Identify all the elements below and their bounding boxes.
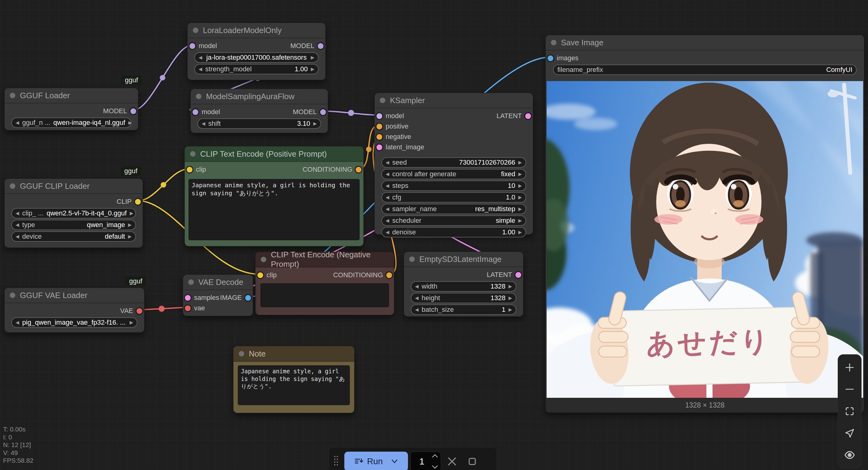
increment-count-icon[interactable] [432, 454, 438, 458]
images-input-port[interactable] [548, 55, 553, 61]
node-clip-text-encode-negative[interactable]: CLIP Text Encode (Negative Prompt) clip … [255, 252, 394, 315]
decrement-arrow[interactable]: ◀ [16, 222, 19, 228]
collapse-dot[interactable] [190, 151, 195, 157]
increment-arrow[interactable]: ▶ [518, 171, 522, 177]
clip-input-port[interactable] [257, 272, 263, 278]
latent-input-port[interactable] [376, 145, 382, 150]
decrement-arrow[interactable]: ◀ [385, 183, 389, 188]
clip-name-widget[interactable]: ◀ clip_ ... qwen2.5-vl-7b-it-q4_0.gguf ▶ [11, 208, 136, 218]
run-button[interactable]: Run [344, 452, 408, 470]
increment-arrow[interactable]: ▶ [518, 195, 522, 200]
negative-input-port[interactable] [376, 134, 382, 140]
increment-arrow[interactable]: ▶ [518, 183, 522, 188]
comfyui-canvas[interactable]: { "stats": {"lines": ["T: 0.00s", "I: 0"… [0, 0, 868, 470]
type-widget[interactable]: ◀ type qwen_image ▶ [11, 220, 136, 230]
decrement-arrow[interactable]: ◀ [16, 234, 19, 239]
vae-output-port[interactable] [136, 308, 142, 314]
device-widget[interactable]: ◀ device default ▶ [11, 231, 136, 242]
model-output-port[interactable] [318, 43, 323, 49]
shift-widget[interactable]: ◀ shift 3.10 ▶ [197, 118, 321, 129]
increment-arrow[interactable]: ▶ [128, 120, 132, 125]
zoom-out-button[interactable] [838, 378, 861, 400]
model-input-port[interactable] [189, 43, 195, 49]
model-input-port[interactable] [192, 109, 198, 115]
increment-arrow[interactable]: ▶ [311, 66, 314, 72]
image-output-port[interactable] [245, 295, 251, 301]
negative-prompt-textarea[interactable] [260, 283, 389, 307]
model-output-port[interactable] [320, 109, 326, 115]
node-clip-text-encode-positive[interactable]: CLIP Text Encode (Positive Prompt) clip … [185, 146, 364, 246]
node-note[interactable]: Note Japanese anime style, a girl is hol… [233, 346, 354, 413]
vae-input-port[interactable] [185, 305, 191, 311]
collapse-dot[interactable] [239, 351, 244, 356]
collapse-dot[interactable] [188, 279, 194, 285]
increment-arrow[interactable]: ▶ [508, 307, 512, 312]
positive-prompt-textarea[interactable]: Japanese anime style, a girl is holding … [189, 179, 360, 240]
increment-arrow[interactable]: ▶ [518, 160, 522, 165]
increment-arrow[interactable]: ▶ [313, 121, 317, 126]
decrement-arrow[interactable]: ◀ [415, 284, 419, 289]
node-gguf-vae-loader[interactable]: GGUF VAE Loader VAE ◀ pig_qwen_image_vae… [4, 288, 145, 333]
filename-prefix-widget[interactable]: filename_prefix ComfyUI [553, 65, 857, 75]
increment-arrow[interactable]: ▶ [130, 211, 133, 216]
model-input-port[interactable] [376, 113, 382, 119]
increment-arrow[interactable]: ▶ [129, 320, 133, 325]
decrement-arrow[interactable]: ◀ [16, 320, 19, 325]
clip-input-port[interactable] [187, 167, 192, 173]
batch-count-stepper[interactable]: 1 [410, 452, 441, 470]
clear-queue-button[interactable] [441, 452, 463, 470]
node-gguf-loader[interactable]: GGUF Loader MODEL ◀ gguf_n ... qwen-imag… [4, 88, 138, 130]
run-options-chevron-icon[interactable] [391, 459, 398, 464]
steps-widget[interactable]: ◀ steps 10 ▶ [381, 181, 526, 191]
node-save-image[interactable]: Save Image images filename_prefix ComfyU… [546, 35, 864, 413]
node-model-sampling[interactable]: ModelSamplingAuraFlow model MODEL ◀ shif… [190, 89, 328, 133]
vae-name-widget[interactable]: ◀ pig_qwen_image_vae_fp32-f16. ... ▶ [11, 317, 137, 328]
node-empty-sd3-latent[interactable]: EmptySD3LatentImage LATENT ◀ width 1328 … [404, 252, 523, 317]
node-vae-decode[interactable]: VAE Decode samples IMAGE vae [183, 275, 253, 316]
node-gguf-clip-loader[interactable]: GGUF CLIP Loader CLIP ◀ clip_ ... qwen2.… [4, 178, 143, 248]
decrement-arrow[interactable]: ◀ [415, 295, 419, 301]
latent-output-port[interactable] [525, 113, 531, 119]
decrement-arrow[interactable]: ◀ [385, 218, 389, 223]
drag-handle[interactable] [332, 456, 342, 467]
stop-button[interactable] [463, 452, 482, 470]
clip-output-port[interactable] [135, 199, 141, 205]
increment-arrow[interactable]: ▶ [518, 206, 522, 212]
decrement-arrow[interactable]: ◀ [385, 195, 389, 200]
increment-arrow[interactable]: ▶ [518, 218, 522, 223]
cfg-widget[interactable]: ◀ cfg 1.0 ▶ [381, 192, 526, 202]
conditioning-output-port[interactable] [386, 272, 392, 278]
conditioning-output-port[interactable] [355, 167, 362, 173]
decrement-arrow[interactable]: ◀ [385, 171, 389, 177]
collapse-dot[interactable] [551, 40, 556, 45]
denoise-widget[interactable]: ◀ denoise 1.00 ▶ [381, 227, 526, 238]
node-lora-loader[interactable]: LoraLoaderModelOnly model MODEL ◀ ja-lor… [187, 23, 326, 80]
scheduler-widget[interactable]: ◀ scheduler simple ▶ [381, 215, 526, 226]
decrement-arrow[interactable]: ◀ [385, 206, 389, 212]
collapse-dot[interactable] [380, 98, 385, 103]
decrement-arrow[interactable]: ◀ [199, 55, 202, 60]
increment-arrow[interactable]: ▶ [508, 295, 512, 301]
collapse-dot[interactable] [10, 292, 15, 298]
decrement-arrow[interactable]: ◀ [385, 160, 389, 165]
toggle-link-visibility-button[interactable] [838, 444, 861, 466]
decrement-arrow[interactable]: ◀ [385, 229, 389, 235]
lora-name-widget[interactable]: ◀ ja-lora-step00017000.safetensors ▶ [194, 52, 319, 63]
collapse-dot[interactable] [196, 94, 202, 99]
seed-widget[interactable]: ◀ seed 730017102670266 ▶ [381, 157, 526, 168]
width-widget[interactable]: ◀ width 1328 ▶ [411, 281, 516, 292]
collapse-dot[interactable] [193, 28, 198, 33]
strength-model-widget[interactable]: ◀ strength_model 1.00 ▶ [194, 64, 319, 74]
node-ksampler[interactable]: KSampler model LATENT positive negative … [374, 93, 533, 235]
zoom-in-button[interactable] [838, 357, 861, 378]
collapse-dot[interactable] [10, 183, 15, 189]
decrement-count-icon[interactable] [432, 465, 438, 469]
model-output-port[interactable] [130, 108, 136, 114]
note-textarea[interactable]: Japanese anime style, a girl is holding … [238, 365, 350, 405]
decrement-arrow[interactable]: ◀ [199, 66, 202, 72]
increment-arrow[interactable]: ▶ [518, 229, 522, 235]
unet-name-widget[interactable]: ◀ gguf_n ... qwen-image-iq4_nl.gguf ▶ [11, 118, 131, 128]
increment-arrow[interactable]: ▶ [128, 222, 132, 228]
decrement-arrow[interactable]: ◀ [16, 120, 19, 125]
fit-view-button[interactable] [838, 401, 861, 422]
